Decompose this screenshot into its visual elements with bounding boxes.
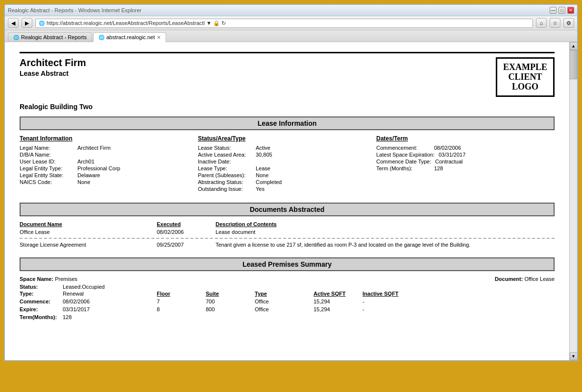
- naics-value: None: [77, 179, 90, 185]
- docs-row-2-desc: Tenant given a license to use 217 sf, id…: [216, 242, 555, 248]
- term-months-value: 128: [434, 165, 443, 171]
- close-button[interactable]: ✕: [567, 7, 574, 14]
- naics-row: NAICS Code: None: [20, 179, 198, 185]
- docs-row-1-desc: Lease document: [216, 229, 555, 235]
- scroll-down-button[interactable]: ▼: [570, 352, 578, 360]
- space-value: Premises: [55, 276, 77, 282]
- premises-expire-label: Expire:: [20, 306, 59, 312]
- active-area-row: Active Leased Area: 30,805: [198, 152, 376, 158]
- premises-row1-suite: 700: [206, 299, 255, 305]
- col-inactive-header: Inactive SQFT: [363, 291, 412, 298]
- logo-line2: CLIENT: [503, 72, 547, 82]
- tab-label-1: Realogic Abstract - Reports: [21, 34, 87, 40]
- commencement-row: Commencement: 08/02/2006: [376, 145, 555, 151]
- forward-button[interactable]: ▶: [22, 18, 32, 28]
- scrollbar-track[interactable]: [570, 50, 577, 352]
- address-bar[interactable]: 🌐 https://abstract.realogic.net/LeaseAbs…: [35, 19, 533, 28]
- lease-type-value: Lease: [256, 165, 270, 171]
- dba-label: D/B/A Name:: [20, 152, 73, 158]
- premises-type-value: Renewal: [63, 291, 84, 297]
- user-lease-row: User Lease ID: Arch01: [20, 159, 198, 164]
- premises-commence-data-row: Commence: 08/02/2006 7 700 Office 15,294…: [20, 299, 555, 305]
- lease-info-section: Lease Information Tenant Information Leg…: [20, 116, 555, 193]
- premises-type-block: Type: Renewal: [20, 291, 157, 298]
- documents-table: Document Name Executed Description of Co…: [20, 221, 555, 248]
- lease-status-value: Active: [256, 145, 270, 151]
- scrollbar-thumb[interactable]: [570, 50, 577, 79]
- inactive-date-label: Inactive Date:: [198, 159, 252, 164]
- premises-type-row: Type: Renewal: [20, 291, 157, 297]
- lease-type-label: Lease Type:: [198, 165, 252, 171]
- premises-type-label: Type:: [20, 291, 59, 297]
- premises-table-cols: Floor Suite Type Active SQFT Inactive SQ…: [157, 291, 412, 298]
- legal-name-label: Legal Name:: [20, 145, 73, 151]
- premises-status-label: Status:: [20, 284, 59, 290]
- latest-expiration-label: Latest Space Expiration:: [376, 152, 435, 158]
- outstanding-label: Outstanding Issue:: [198, 186, 252, 192]
- docs-row-2-exec: 09/25/2007: [157, 242, 216, 248]
- entity-state-row: Legal Entity State: Delaware: [20, 172, 198, 178]
- window-controls: — □ ✕: [550, 7, 574, 14]
- premises-type-header-row: Type: Renewal Floor Suite Type Active SQ…: [20, 291, 555, 298]
- company-name: Architect Firm: [20, 57, 86, 69]
- entity-type-value: Professional Corp: [77, 165, 120, 171]
- premises-status-value: Leased:Occupied: [63, 284, 105, 290]
- lease-info-grid: Tenant Information Legal Name: Architect…: [20, 135, 555, 193]
- premises-space-name: Space Name: Premises: [20, 276, 77, 282]
- tab-abstract[interactable]: 🌐 abstract.realogic.net ✕: [93, 32, 166, 42]
- premises-section: Leased Premises Summary Space Name: Prem…: [20, 257, 555, 320]
- abstracting-label: Abstracting Status:: [198, 179, 252, 185]
- entity-type-row: Legal Entity Type: Professional Corp: [20, 165, 198, 171]
- home-button[interactable]: ⌂: [536, 18, 547, 28]
- premises-header: Leased Premises Summary: [20, 257, 555, 271]
- maximize-button[interactable]: □: [558, 7, 565, 14]
- user-lease-value: Arch01: [77, 159, 95, 164]
- active-area-value: 30,805: [256, 152, 272, 158]
- entity-state-label: Legal Entity State:: [20, 172, 73, 178]
- term-months-label: Term (Months):: [376, 165, 430, 171]
- docs-col-desc-header: Description of Contents: [216, 221, 555, 227]
- address-text: https://abstract.realogic.net/LeaseAbstr…: [47, 20, 530, 26]
- favorites-button[interactable]: ☆: [550, 18, 560, 28]
- docs-row-1-name: Office Lease: [20, 229, 157, 235]
- premises-data-row-2: 8 800 Office 15,294 -: [157, 306, 412, 313]
- doc-label: Document:: [495, 276, 523, 282]
- parent-label: Parent (Subleases):: [198, 172, 252, 178]
- premises-doc: Document: Office Lease: [495, 276, 555, 282]
- logo-line3: LOGO: [503, 82, 547, 92]
- docs-row-1: Office Lease 08/02/2006 Lease document: [20, 229, 555, 235]
- documents-header: Documents Abstracted: [20, 203, 555, 216]
- tabs-bar: 🌐 Realogic Abstract - Reports 🌐 abstract…: [5, 30, 577, 42]
- docs-row-2-name: Storage License Agreement: [20, 242, 157, 248]
- entity-state-value: Delaware: [77, 172, 100, 178]
- logo-line1: EXAMPLE: [503, 63, 547, 72]
- back-button[interactable]: ◀: [8, 18, 19, 28]
- entity-type-label: Legal Entity Type:: [20, 165, 73, 171]
- premises-data-row-1: 7 700 Office 15,294 -: [157, 299, 412, 305]
- premises-status-row: Status: Leased:Occupied: [20, 284, 555, 290]
- scroll-up-button[interactable]: ▲: [570, 42, 578, 50]
- docs-table-header: Document Name Executed Description of Co…: [20, 221, 555, 227]
- premises-row1-type: Office: [255, 299, 314, 305]
- active-area-label: Active Leased Area:: [198, 152, 252, 158]
- company-info: Architect Firm Lease Abstract: [20, 57, 86, 77]
- legal-name-value: Architect Firm: [77, 145, 111, 151]
- premises-expire-block: Expire: 03/31/2017: [20, 306, 157, 313]
- lease-info-header: Lease Information: [20, 116, 555, 130]
- premises-row2-floor: 8: [157, 306, 206, 313]
- address-icon: 🌐: [39, 21, 45, 26]
- scrollbar[interactable]: ▲ ▼: [569, 42, 577, 360]
- tab-icon-2: 🌐: [98, 35, 104, 40]
- tenant-column: Tenant Information Legal Name: Architect…: [20, 135, 198, 193]
- docs-row-1-exec: 08/02/2006: [157, 229, 216, 235]
- doc-value: Office Lease: [524, 276, 555, 282]
- settings-button[interactable]: ⚙: [563, 18, 574, 28]
- tab-close-button[interactable]: ✕: [157, 35, 161, 40]
- doc-type: Lease Abstract: [20, 69, 86, 77]
- minimize-button[interactable]: —: [550, 7, 557, 14]
- top-border: [20, 52, 555, 53]
- tab-realogic-reports[interactable]: 🌐 Realogic Abstract - Reports: [8, 32, 92, 42]
- docs-separator: [20, 238, 555, 239]
- premises-commence-value: 08/02/2006: [63, 299, 90, 304]
- premises-row2-active: 15,294: [314, 306, 363, 313]
